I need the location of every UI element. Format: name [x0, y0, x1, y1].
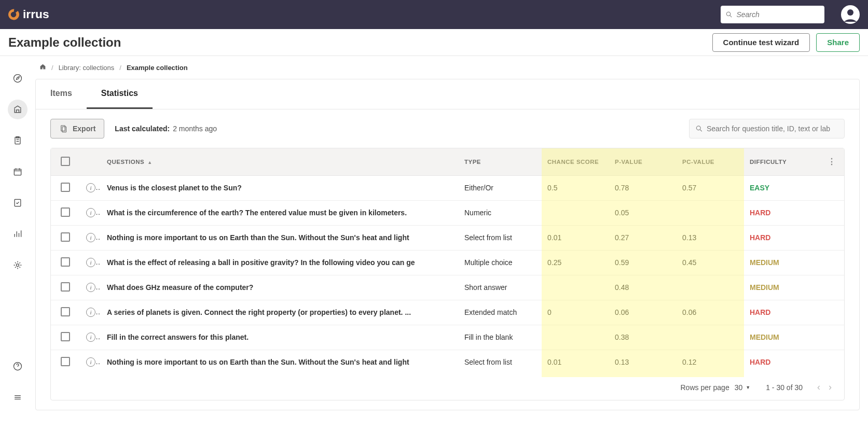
top-navbar: irrus: [0, 0, 868, 29]
info-icon[interactable]: i: [86, 233, 95, 242]
table-search[interactable]: [689, 119, 845, 139]
breadcrumb-separator: /: [119, 64, 121, 72]
pcvalue-cell: [676, 325, 743, 350]
info-icon[interactable]: i: [86, 283, 95, 292]
chance-cell: 0.25: [541, 250, 609, 275]
chance-cell: [541, 325, 609, 350]
col-header-questions[interactable]: QUESTIONS▲: [101, 148, 458, 175]
col-header-type[interactable]: TYPE: [458, 148, 541, 175]
global-search[interactable]: [721, 6, 824, 23]
info-icon[interactable]: i: [86, 183, 95, 192]
question-cell[interactable]: Nothing is more important to us on Earth…: [101, 350, 458, 375]
info-icon[interactable]: i: [86, 308, 95, 317]
breadcrumb-home-icon[interactable]: [39, 63, 46, 72]
nav-calendar-icon[interactable]: [8, 162, 27, 182]
nav-explore-icon[interactable]: [8, 68, 27, 88]
col-header-difficulty[interactable]: DIFFICULTY: [743, 148, 821, 175]
search-icon: [696, 125, 702, 132]
difficulty-cell: MEDIUM: [743, 325, 821, 350]
table-search-input[interactable]: [707, 124, 838, 133]
nav-clipboard-icon[interactable]: [8, 131, 27, 150]
last-calculated-value: 2 months ago: [173, 124, 217, 133]
row-checkbox[interactable]: [61, 257, 70, 267]
nav-reports-icon[interactable]: [8, 224, 27, 244]
col-header-pvalue[interactable]: P-VALUE: [609, 148, 676, 175]
nav-menu-icon[interactable]: [8, 387, 27, 407]
rows-per-page-value: 30: [735, 383, 743, 392]
row-checkbox[interactable]: [61, 357, 70, 366]
content-panel: Items Statistics Export Last calculated:…: [35, 79, 860, 410]
pvalue-cell: 0.78: [609, 175, 676, 200]
row-checkbox[interactable]: [61, 183, 70, 192]
type-cell: Fill in the blank: [458, 325, 541, 350]
nav-library-icon[interactable]: [8, 100, 27, 119]
table-row: iWhat is the circumference of the earth?…: [51, 200, 844, 225]
nav-help-icon[interactable]: [8, 356, 27, 376]
info-icon[interactable]: i: [86, 208, 95, 217]
pvalue-cell: 0.48: [609, 275, 676, 300]
svg-rect-5: [14, 169, 21, 175]
tab-bar: Items Statistics: [36, 79, 859, 109]
pvalue-cell: 0.59: [609, 250, 676, 275]
last-calculated-label: Last calculated:: [115, 124, 170, 133]
difficulty-cell: EASY: [743, 175, 821, 200]
question-cell[interactable]: What is the effect of releasing a ball i…: [101, 250, 458, 275]
question-cell[interactable]: What does GHz measure of the computer?: [101, 275, 458, 300]
tab-statistics[interactable]: Statistics: [87, 79, 153, 109]
chance-cell: 0.5: [541, 175, 609, 200]
row-checkbox[interactable]: [61, 307, 70, 316]
select-all-checkbox[interactable]: [61, 157, 70, 166]
continue-wizard-button[interactable]: Continue test wizard: [712, 33, 810, 52]
type-cell: Multiple choice: [458, 250, 541, 275]
row-checkbox[interactable]: [61, 207, 70, 217]
tab-items[interactable]: Items: [36, 79, 87, 109]
col-header-chance[interactable]: CHANCE SCORE: [541, 148, 609, 175]
chance-cell: 0.01: [541, 225, 609, 250]
breadcrumb-separator: /: [51, 64, 53, 72]
export-label: Export: [73, 124, 95, 133]
nav-tasks-icon[interactable]: [8, 193, 27, 213]
search-icon: [726, 11, 732, 18]
global-search-input[interactable]: [736, 10, 819, 19]
breadcrumb-library[interactable]: Library: collections: [59, 64, 115, 72]
row-checkbox[interactable]: [61, 232, 70, 242]
col-header-pcvalue[interactable]: PC-VALUE: [676, 148, 743, 175]
column-options-icon[interactable]: ⋮: [828, 157, 836, 166]
export-button[interactable]: Export: [50, 119, 104, 139]
rows-per-page-dropdown-icon[interactable]: ▼: [746, 385, 750, 390]
svg-point-2: [847, 9, 853, 16]
logo[interactable]: irrus: [8, 7, 72, 22]
table-row: iFill in the correct answers for this pl…: [51, 325, 844, 350]
export-icon: [59, 124, 68, 133]
info-icon[interactable]: i: [86, 258, 95, 267]
pvalue-cell: 0.05: [609, 200, 676, 225]
table-row: iWhat is the effect of releasing a ball …: [51, 250, 844, 275]
difficulty-cell: HARD: [743, 350, 821, 375]
pagination-prev-icon[interactable]: ‹: [813, 380, 824, 395]
pcvalue-cell: [676, 275, 743, 300]
pagination-next-icon[interactable]: ›: [824, 380, 836, 395]
question-cell[interactable]: Nothing is more important to us on Earth…: [101, 225, 458, 250]
user-avatar[interactable]: [841, 5, 860, 24]
info-icon[interactable]: i: [86, 333, 95, 342]
info-icon[interactable]: i: [86, 357, 95, 367]
question-cell[interactable]: A series of planets is given. Connect th…: [101, 300, 458, 325]
row-checkbox[interactable]: [61, 332, 70, 341]
pvalue-cell: 0.06: [609, 300, 676, 325]
table-row: iNothing is more important to us on Eart…: [51, 350, 844, 375]
question-cell[interactable]: Fill in the correct answers for this pla…: [101, 325, 458, 350]
pcvalue-cell: 0.45: [676, 250, 743, 275]
question-cell[interactable]: What is the circumference of the earth? …: [101, 200, 458, 225]
type-cell: Either/Or: [458, 175, 541, 200]
difficulty-cell: HARD: [743, 200, 821, 225]
type-cell: Select from list: [458, 350, 541, 375]
share-button[interactable]: Share: [816, 33, 860, 52]
svg-point-3: [13, 75, 21, 82]
type-cell: Select from list: [458, 225, 541, 250]
pvalue-cell: 0.13: [609, 350, 676, 375]
sort-asc-icon: ▲: [147, 160, 152, 165]
question-cell[interactable]: Venus is the closest planet to the Sun?: [101, 175, 458, 200]
row-checkbox[interactable]: [61, 282, 70, 292]
type-cell: Numeric: [458, 200, 541, 225]
nav-settings-icon[interactable]: [8, 255, 27, 275]
